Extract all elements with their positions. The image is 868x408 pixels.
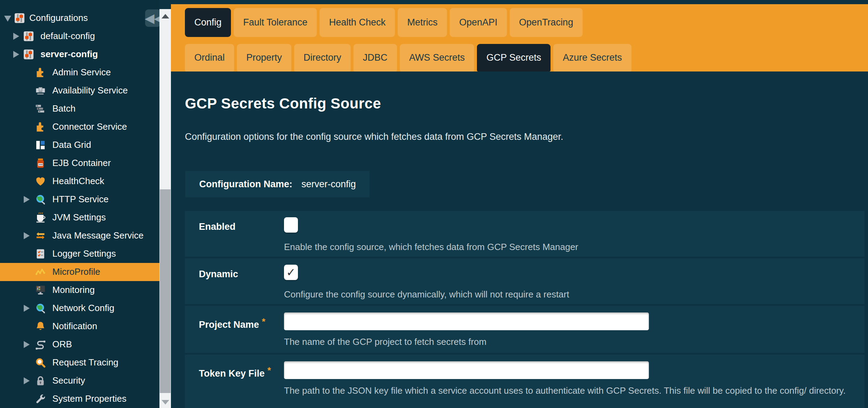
- tree-item-connector-service[interactable]: Connector Service: [0, 118, 159, 136]
- batch-icon: [35, 103, 46, 114]
- tree-item-batch[interactable]: Batch: [0, 100, 159, 118]
- bell-icon: [35, 321, 46, 332]
- wrench-icon: [35, 393, 46, 405]
- tree-item-label: Configurations: [29, 13, 88, 23]
- tree-item-network-config[interactable]: Network Config: [0, 299, 159, 317]
- tree-item-microprofile[interactable]: MicroProfile: [0, 263, 159, 281]
- tree-item-label: server-config: [40, 49, 98, 60]
- tree-item-http-service[interactable]: HTTP Service: [0, 190, 159, 209]
- triangle-down-icon[interactable]: [4, 16, 11, 22]
- scroll-up-icon[interactable]: [162, 14, 169, 18]
- tree-item-java-message-service[interactable]: Java Message Service: [0, 227, 159, 245]
- tree-item-label: Availability Service: [52, 85, 128, 96]
- field-label-token-key-file: Token Key File*: [199, 365, 271, 379]
- config-sliders-icon: [14, 13, 25, 24]
- field-help-token-key-file: The path to the JSON key file which a se…: [284, 385, 846, 396]
- config-sliders-icon: [23, 49, 34, 60]
- dynamic-checkbox[interactable]: ✓: [284, 265, 298, 280]
- secondary-tabs: OrdinalPropertyDirectoryJDBCAWS SecretsG…: [185, 44, 631, 71]
- tab-config[interactable]: Config: [185, 8, 231, 37]
- tree-item-label: MicroProfile: [52, 266, 100, 277]
- field-label-text: Token Key File: [199, 368, 265, 379]
- form-row-enabled: EnabledEnable the config source, which f…: [185, 211, 865, 257]
- tree-item-admin-service[interactable]: Admin Service: [0, 63, 159, 82]
- tree-item-label: Security: [52, 375, 85, 386]
- tab-ordinal[interactable]: Ordinal: [185, 44, 234, 71]
- tab-property[interactable]: Property: [237, 44, 291, 71]
- tab-metrics[interactable]: Metrics: [398, 8, 447, 37]
- tree-item-security[interactable]: Security: [0, 372, 159, 390]
- tab-fault-tolerance[interactable]: Fault Tolerance: [234, 8, 317, 37]
- triangle-right-icon[interactable]: [13, 33, 19, 40]
- scrollbar-thumb[interactable]: [160, 189, 171, 393]
- enabled-checkbox[interactable]: [284, 217, 298, 233]
- app-root: Configurationsdefault-configserver-confi…: [0, 0, 868, 408]
- heart-icon: [35, 176, 46, 187]
- field-label-dynamic: Dynamic: [199, 269, 238, 280]
- field-label-text: Dynamic: [199, 269, 238, 279]
- tree-item-default-config[interactable]: default-config: [0, 27, 159, 45]
- tree-item-configurations[interactable]: Configurations: [0, 9, 159, 27]
- tree-item-orb[interactable]: ORB: [0, 335, 159, 354]
- tree-item-server-config[interactable]: server-config: [0, 45, 159, 63]
- tree-item-label: default-config: [40, 31, 95, 41]
- field-help-project-name: The name of the GCP project to fetch sec…: [284, 337, 486, 347]
- cable-icon: [35, 339, 46, 350]
- tree-item-logger-settings[interactable]: Logger Settings: [0, 245, 159, 263]
- tree-item-label: System Properties: [52, 393, 126, 404]
- triangle-right-icon[interactable]: [24, 341, 30, 348]
- project-name-input[interactable]: [284, 312, 649, 330]
- config-tree: Configurationsdefault-configserver-confi…: [0, 0, 159, 408]
- triangle-right-icon[interactable]: [24, 305, 30, 312]
- tab-opentracing[interactable]: OpenTracing: [510, 8, 583, 37]
- field-control-project-name: The name of the GCP project to fetch sec…: [284, 306, 858, 353]
- availability-icon: [35, 85, 46, 96]
- tab-azure-secrets[interactable]: Azure Secrets: [553, 44, 631, 71]
- tree-item-ejb-container[interactable]: JAREJB Container: [0, 154, 159, 172]
- microprofile-icon: [35, 266, 46, 278]
- tree-item-request-tracing[interactable]: Request Tracing: [0, 354, 159, 372]
- puzzle-icon: [35, 67, 46, 78]
- lock-icon: [35, 375, 46, 386]
- sidebar-scrollbar[interactable]: [159, 9, 171, 408]
- config-sliders-icon: [23, 31, 34, 42]
- tree-item-healthcheck[interactable]: HealthCheck: [0, 172, 159, 190]
- tree-item-label: Admin Service: [52, 67, 111, 78]
- configuration-name-panel: Configuration Name: server-config: [185, 171, 369, 197]
- tree-item-data-grid[interactable]: Data Grid: [0, 136, 159, 154]
- triangle-right-icon[interactable]: [24, 377, 30, 384]
- scroll-down-icon[interactable]: [162, 400, 169, 405]
- triangle-right-icon[interactable]: [24, 232, 30, 239]
- triangle-right-icon[interactable]: [13, 51, 19, 58]
- monitor-icon: [35, 285, 46, 296]
- tree-item-system-properties[interactable]: System Properties: [0, 390, 159, 408]
- primary-tabs: ConfigFault ToleranceHealth CheckMetrics…: [185, 8, 583, 37]
- field-control-enabled: Enable the config source, which fetches …: [284, 211, 858, 257]
- tree-item-monitoring[interactable]: Monitoring: [0, 281, 159, 299]
- field-help-dynamic: Configure the config source dynamically,…: [284, 289, 569, 300]
- field-label-enabled: Enabled: [199, 221, 235, 232]
- tab-aws-secrets[interactable]: AWS Secrets: [400, 44, 474, 71]
- tab-jdbc[interactable]: JDBC: [353, 44, 397, 71]
- sidebar: Configurationsdefault-configserver-confi…: [0, 0, 159, 408]
- jar-icon: JAR: [35, 158, 46, 169]
- tab-directory[interactable]: Directory: [294, 44, 351, 71]
- form-row-dynamic: Dynamic✓Configure the config source dyna…: [185, 258, 865, 304]
- main-area: ConfigFault ToleranceHealth CheckMetrics…: [171, 0, 868, 408]
- required-asterisk: *: [268, 365, 271, 376]
- tab-openapi[interactable]: OpenAPI: [450, 8, 507, 37]
- tree-item-label: Data Grid: [52, 139, 91, 150]
- configuration-name-label: Configuration Name:: [199, 179, 292, 190]
- page-description: Configuration options for the config sou…: [185, 131, 563, 142]
- tab-gcp-secrets[interactable]: GCP Secrets: [477, 44, 551, 71]
- coffee-icon: [35, 212, 46, 223]
- tab-health-check[interactable]: Health Check: [320, 8, 395, 37]
- tree-item-availability-service[interactable]: Availability Service: [0, 82, 159, 100]
- tree-item-notification[interactable]: Notification: [0, 317, 159, 335]
- tree-item-label: Monitoring: [52, 285, 95, 295]
- triangle-right-icon[interactable]: [24, 196, 30, 203]
- tree-item-label: HTTP Service: [52, 194, 108, 205]
- sidebar-collapse-button[interactable]: ◀◀: [145, 9, 159, 27]
- tree-item-jvm-settings[interactable]: JVM Settings: [0, 209, 159, 227]
- token-key-file-input[interactable]: [284, 361, 649, 379]
